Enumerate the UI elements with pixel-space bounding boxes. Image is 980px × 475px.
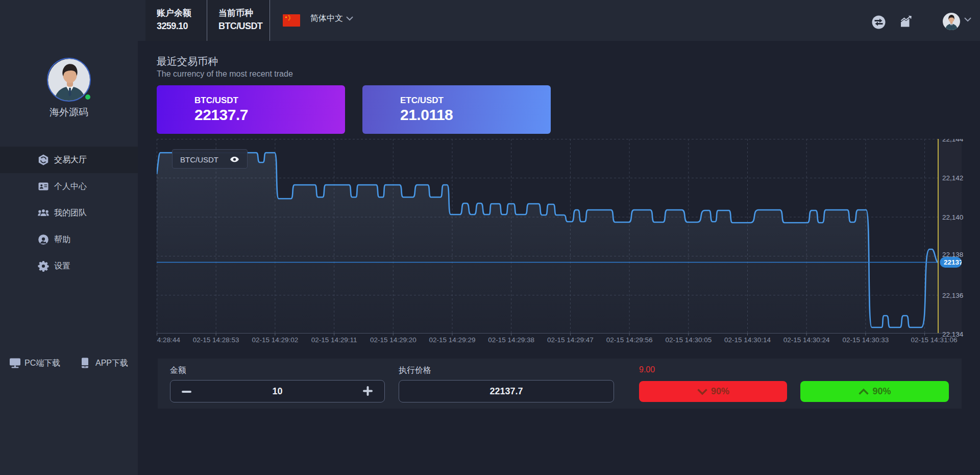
svg-text:22,142: 22,142 xyxy=(942,174,963,182)
svg-text:02-15 14:30:14: 02-15 14:30:14 xyxy=(724,336,771,344)
svg-text:02-15 14:28:44: 02-15 14:28:44 xyxy=(157,336,180,344)
svg-text:02-15 14:29:38: 02-15 14:29:38 xyxy=(488,336,534,344)
svg-text:22,144: 22,144 xyxy=(942,139,964,143)
svg-text:22,136: 22,136 xyxy=(942,292,963,299)
svg-text:02-15 14:29:11: 02-15 14:29:11 xyxy=(311,336,357,344)
svg-text:22,134: 22,134 xyxy=(942,330,964,338)
svg-text:02-15 14:30:33: 02-15 14:30:33 xyxy=(842,336,889,344)
svg-text:02-15 14:29:56: 02-15 14:29:56 xyxy=(606,336,653,344)
svg-text:02-15 14:29:47: 02-15 14:29:47 xyxy=(547,336,594,344)
svg-text:02-15 14:29:02: 02-15 14:29:02 xyxy=(252,336,298,344)
svg-text:22137.7: 22137.7 xyxy=(944,258,969,266)
svg-text:22,140: 22,140 xyxy=(942,213,963,221)
svg-text:02-15 14:30:24: 02-15 14:30:24 xyxy=(783,336,830,344)
svg-text:02-15 14:30:05: 02-15 14:30:05 xyxy=(665,336,712,344)
svg-text:02-15 14:29:29: 02-15 14:29:29 xyxy=(429,336,476,344)
svg-text:02-15 14:28:53: 02-15 14:28:53 xyxy=(193,336,239,344)
svg-text:02-15 14:29:20: 02-15 14:29:20 xyxy=(370,336,416,344)
